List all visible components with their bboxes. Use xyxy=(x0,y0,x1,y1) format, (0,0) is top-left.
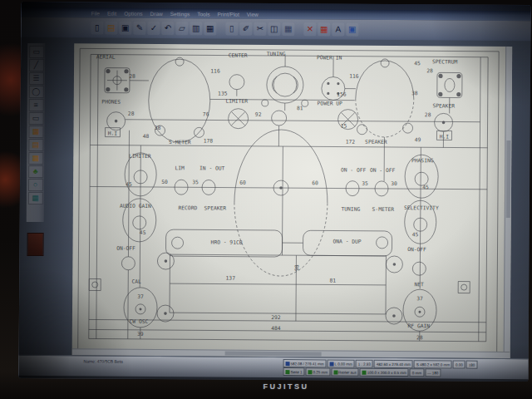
status-cell-icon xyxy=(333,370,337,374)
polyline-tool-icon[interactable]: ☰ xyxy=(28,72,43,85)
delete-icon[interactable]: ✕ xyxy=(303,22,316,36)
status-cell-icon xyxy=(330,362,334,366)
screen: FileEditOptionsDrawSettingsToolsPrint/Pl… xyxy=(18,2,530,382)
status-cell: 100.0 x 200.0 x 0.5 mm xyxy=(360,368,409,377)
clipboard-icon[interactable]: ▯ xyxy=(225,22,238,36)
select-tool-icon[interactable]: ▭ xyxy=(29,46,44,58)
open-folder-icon[interactable]: ▤ xyxy=(105,22,117,35)
drawing-label: 137 xyxy=(226,275,236,281)
save-colored-icon[interactable]: ▣ xyxy=(346,23,358,37)
drawing-arc xyxy=(356,61,414,99)
drawing-dot xyxy=(327,92,329,95)
drawing-line xyxy=(89,329,486,332)
drawing-arc xyxy=(293,76,298,93)
vertical-scrollbar[interactable] xyxy=(504,47,513,358)
new-file-icon[interactable]: ▯ xyxy=(91,21,103,34)
menu-item-settings[interactable]: Settings xyxy=(170,11,190,17)
monitor-photo: FileEditOptionsDrawSettingsToolsPrint/Pl… xyxy=(0,0,532,399)
drawing-circle xyxy=(121,257,135,270)
menu-item-tools[interactable]: Tools xyxy=(197,11,209,17)
menu-item-options[interactable]: Options xyxy=(124,10,142,16)
menu-item-file[interactable]: File xyxy=(91,10,100,16)
drawing-label: 45 xyxy=(126,181,132,187)
status-cell-icon xyxy=(285,370,289,374)
drawing-label: 135 xyxy=(218,91,228,96)
drawing-circle xyxy=(445,78,455,91)
line-tool-icon[interactable]: ╱ xyxy=(29,59,44,71)
status-cell: 582.08 / 279.41 mm xyxy=(283,359,327,367)
vertical-scroll-thumb[interactable] xyxy=(506,140,511,218)
drawing-label: 15 xyxy=(341,123,347,129)
scissors-icon[interactable]: ✂ xyxy=(254,22,266,36)
drawing-circle xyxy=(273,73,297,96)
layers-icon[interactable]: ▦ xyxy=(204,22,216,35)
copy-icon[interactable]: ▱ xyxy=(175,22,188,35)
drawing-label: LIM xyxy=(175,165,185,170)
fill-tool-icon[interactable]: ▤ xyxy=(28,139,43,151)
drawing-label: 38 xyxy=(155,125,161,131)
drawing-dot xyxy=(418,311,421,313)
drawing-label: 49 xyxy=(415,136,421,142)
check-icon[interactable]: ✓ xyxy=(147,22,160,35)
drawing-label: 484 xyxy=(271,325,281,331)
font-icon[interactable]: A xyxy=(332,22,344,36)
drawing-label: 50 xyxy=(161,179,168,185)
menu-item-print-plot[interactable]: Print/Plot xyxy=(217,11,239,17)
drawing-label: 28 xyxy=(416,334,423,340)
drawing-svg: AERIAL28CENTER11613538TUNING81POWER IN11… xyxy=(72,43,507,352)
drawing-canvas[interactable]: AERIAL28CENTER11613538TUNING81POWER IN11… xyxy=(72,43,513,358)
status-cell: L 0.00 mm xyxy=(328,359,355,367)
drawing-label: 45 xyxy=(140,229,146,235)
save-icon[interactable]: ▣ xyxy=(119,22,131,35)
symbol-tool-icon[interactable]: ♣ xyxy=(28,165,43,178)
drawing-circle xyxy=(175,57,184,66)
drawing-rect xyxy=(78,48,500,352)
menu-item-view[interactable]: View xyxy=(247,11,259,17)
drawing-label: 28 xyxy=(426,67,433,73)
drawing-line xyxy=(479,57,480,342)
horizontal-scroll-thumb[interactable] xyxy=(225,352,322,357)
undo-icon[interactable]: ↶ xyxy=(161,22,174,35)
color-grid-icon[interactable]: ▦ xyxy=(318,22,330,36)
drawing-circle xyxy=(381,59,389,67)
drawing-line xyxy=(96,55,98,339)
library-icon[interactable]: ▥ xyxy=(190,22,202,35)
drawing-label: 116 xyxy=(210,67,220,73)
drawing-label: 92 xyxy=(255,111,262,117)
menu-item-edit[interactable]: Edit xyxy=(107,10,116,16)
menu-item-draw[interactable]: Draw xyxy=(150,10,163,16)
drawing-label: PHASING xyxy=(411,157,434,163)
monitor-brand-logo: FUJITSU xyxy=(37,382,532,391)
drawing-arc xyxy=(234,203,328,277)
hatch-tool-icon[interactable]: ▦ xyxy=(28,126,43,138)
drawing-arc xyxy=(355,99,413,137)
zoom-tool-icon[interactable]: ○ xyxy=(27,179,42,191)
status-cell: 482.60 x 279.40 mm xyxy=(374,360,413,368)
status-cell: 0 mm xyxy=(410,368,424,377)
drawing-dot xyxy=(327,82,329,85)
drawing-label: HRO - 91CB xyxy=(211,239,243,244)
status-bar: Name: 470/5CB Beta 582.08 / 279.41 mmL 0… xyxy=(18,355,528,379)
drawing-label: LIMITER xyxy=(225,98,248,104)
status-cell: Seite 1 xyxy=(283,367,304,376)
toolbar: ▯▤▣✎✓↶▱▥▦▯✐✂◫▦✕▦A▣ xyxy=(21,17,530,41)
text-tool-icon[interactable]: ≡ xyxy=(28,99,43,111)
grid-tool-icon[interactable]: ▦ xyxy=(27,192,42,204)
drawing-label: 28 xyxy=(129,73,135,79)
drawing-dot xyxy=(393,263,397,266)
drawing-label: 39 xyxy=(137,331,144,337)
drawing-label: ON - OFF xyxy=(370,167,396,173)
pattern-tool-icon[interactable]: ▦ xyxy=(28,152,43,165)
drawing-dot xyxy=(438,74,442,78)
circle-tool-icon[interactable]: ◯ xyxy=(28,86,43,98)
pen-icon[interactable]: ✎ xyxy=(133,22,145,35)
drawing-label: PHONES xyxy=(101,99,121,105)
doc-preview-icon[interactable]: ◫ xyxy=(268,22,280,36)
table-icon[interactable]: ▦ xyxy=(282,22,294,36)
drawing-label: 37 xyxy=(137,293,144,299)
markup-icon[interactable]: ✐ xyxy=(239,22,252,36)
color-palette-block[interactable] xyxy=(27,233,43,256)
dims-tool-icon[interactable]: ▭ xyxy=(28,112,43,125)
status-row-2: Seite 10.25 mmRaster aus100.0 x 200.0 x … xyxy=(283,367,441,377)
drawing-label: SPECTRUM xyxy=(432,58,458,64)
